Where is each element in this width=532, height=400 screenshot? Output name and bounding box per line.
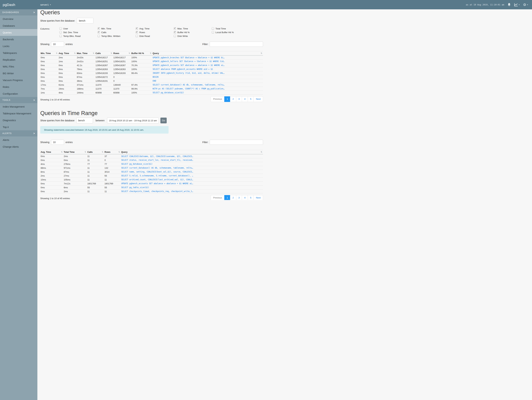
- pagination-page-4[interactable]: 4: [242, 195, 248, 200]
- pagination-page-5[interactable]: 5: [248, 96, 254, 102]
- column-checkbox-min-time[interactable]: Min. Time: [98, 27, 136, 30]
- sidebar-item-databases[interactable]: Databases: [0, 22, 37, 29]
- column-checkbox-temp-blks-read[interactable]: Temp Blks. Read: [59, 35, 98, 37]
- column-header-avg-time[interactable]: Avg. Time⇅: [58, 51, 76, 56]
- column-header-calls[interactable]: Calls⇅: [95, 51, 113, 56]
- query-link[interactable]: SELECT S.relid, S.schemaname, S.relname,…: [121, 175, 262, 177]
- pagination-next-button[interactable]: Next: [253, 195, 263, 200]
- query-link[interactable]: SELECT pg_database_size($1): [152, 91, 262, 94]
- query-link[interactable]: BEGIN: [152, 76, 262, 78]
- query-link[interactable]: WITH pc AS (SELECT pubname, COUNT(*) AS …: [152, 88, 262, 90]
- database-select-2[interactable]: [76, 118, 93, 123]
- server-selector[interactable]: server1 ▾: [40, 3, 51, 6]
- query-link[interactable]: SELECT pg_table_size($1): [121, 186, 262, 189]
- sidebar-section-dashboards[interactable]: DASHBOARDS>: [0, 9, 37, 15]
- column-header-rows[interactable]: Rows⇅: [104, 150, 121, 154]
- sidebar-item-replication[interactable]: Replication: [0, 56, 37, 63]
- time-range-input[interactable]: [107, 118, 159, 123]
- sidebar-item-diagnostics[interactable]: Diagnostics: [0, 117, 37, 124]
- checkbox-checked-icon: [98, 31, 100, 33]
- query-link[interactable]: SELECT current_database() AS db, scheman…: [121, 167, 262, 169]
- query-link[interactable]: SELECT COALESCE(datname, $2), COALESCE(u…: [121, 155, 262, 158]
- column-header-buffer-hit[interactable]: Buffer Hit %⇅: [131, 51, 152, 56]
- pagination-page-4[interactable]: 4: [242, 96, 248, 102]
- query-link[interactable]: SELECT pg_database_size($1): [121, 163, 262, 165]
- sidebar-item-tablespaces[interactable]: Tablespaces: [0, 50, 37, 56]
- column-header-rows[interactable]: Rows⇅: [113, 51, 131, 56]
- value-cell: 2m31s: [76, 59, 95, 63]
- pagination-page-3[interactable]: 3: [236, 195, 242, 200]
- value-cell: 0ms: [58, 75, 76, 79]
- query-link[interactable]: UPDATE pgbench_tellers SET tbalance = tb…: [152, 60, 262, 63]
- column-header-query[interactable]: Query⇅: [121, 150, 263, 154]
- page-size-input[interactable]: [51, 42, 64, 47]
- sidebar-item-queries[interactable]: Queries: [0, 29, 37, 36]
- query-link[interactable]: UPDATE pgbench_accounts SET abalance = a…: [152, 64, 262, 66]
- column-header-avg-time[interactable]: Avg. Time⇅: [40, 150, 63, 154]
- pagination-page-5[interactable]: 5: [248, 195, 254, 200]
- pagination-page-1[interactable]: 1: [224, 195, 230, 200]
- sidebar-item-bg-writer[interactable]: BG Writer: [0, 70, 37, 77]
- sidebar-item-locks[interactable]: Locks: [0, 43, 37, 50]
- checkbox-label: Local Buffer Hit %: [215, 31, 234, 34]
- sidebar-item-backends[interactable]: Backends: [0, 36, 37, 43]
- column-checkbox-user[interactable]: User: [59, 27, 98, 30]
- sidebar-item-roles[interactable]: Roles: [0, 83, 37, 90]
- pagination-previous-button[interactable]: Previous: [211, 195, 224, 200]
- column-checkbox-total-time[interactable]: Total Time: [212, 27, 250, 30]
- filter-input[interactable]: [210, 42, 263, 47]
- query-link[interactable]: SELECT checkpoints_timed, checkpoints_re…: [121, 190, 262, 192]
- column-checkbox-disk-write[interactable]: Disk Write: [174, 35, 212, 37]
- sidebar-item-vacuum-progress[interactable]: Vacuum Progress: [0, 77, 37, 83]
- page-size-input-2[interactable]: [51, 140, 64, 145]
- checkbox-label: Rows: [139, 31, 145, 34]
- query-link[interactable]: SELECT status, receive_start_lsn, receiv…: [121, 159, 262, 161]
- column-header-min-time[interactable]: Min. Time⇅: [40, 51, 58, 56]
- filter-input-2[interactable]: [210, 140, 263, 145]
- query-link[interactable]: UPDATE pgbench_branches SET bbalance = b…: [152, 57, 262, 59]
- column-header-max-time[interactable]: Max. Time⇅: [76, 51, 95, 56]
- sidebar-section-alerts[interactable]: ALERTS>: [0, 130, 37, 136]
- column-checkbox-max-time[interactable]: Max. Time: [174, 27, 212, 30]
- table-row: 4ms276ms7777SELECT pg_database_size($1): [40, 162, 263, 166]
- column-checkbox-temp-blks-written[interactable]: Temp Blks. Written: [98, 35, 136, 37]
- pagination-page-2[interactable]: 2: [230, 195, 236, 200]
- query-link[interactable]: SELECT current_database() AS db, scheman…: [152, 84, 262, 86]
- pagination-page-3[interactable]: 3: [236, 96, 242, 102]
- query-link[interactable]: SELECT abalance FROM pgbench_accounts WH…: [152, 68, 262, 70]
- sidebar-item-change-alerts[interactable]: Change Alerts: [0, 143, 37, 150]
- query-link[interactable]: SELECT name, setting, COALESCE(boot_val,…: [121, 171, 262, 173]
- column-checkbox-buffer-hit[interactable]: Buffer Hit %: [174, 31, 212, 33]
- column-checkbox-avg-time[interactable]: Avg. Time: [136, 27, 174, 30]
- value-cell: 0ms: [40, 154, 63, 158]
- query-link[interactable]: SELECT archived_count, COALESCE(last_arc…: [121, 178, 262, 181]
- sidebar-item-tablespace-management[interactable]: Tablespace Management: [0, 110, 37, 117]
- sidebar-item-index-management[interactable]: Index Management: [0, 103, 37, 110]
- sidebar-item-alerts[interactable]: Alerts: [0, 136, 37, 143]
- sidebar-item-configuration[interactable]: Configuration: [0, 90, 37, 97]
- query-link[interactable]: UPDATE pgbench_accounts SET abalance = a…: [121, 182, 262, 185]
- go-button[interactable]: Go: [160, 118, 167, 123]
- column-checkbox-disk-read[interactable]: Disk Read: [136, 35, 174, 37]
- column-checkbox-std-dev-time[interactable]: Std. Dev. Time: [59, 31, 98, 33]
- column-header-total-time[interactable]: Total Time⇅: [63, 150, 87, 154]
- pagination-page-1[interactable]: 1: [224, 96, 230, 102]
- column-checkbox-local-buffer-hit[interactable]: Local Buffer Hit %: [212, 31, 250, 33]
- pagination-page-2[interactable]: 2: [230, 96, 236, 102]
- db-select-label: Show queries from the database:: [40, 19, 75, 22]
- pagination-next-button[interactable]: Next: [253, 96, 263, 102]
- column-checkbox-calls[interactable]: Calls: [98, 31, 136, 33]
- database-select[interactable]: [77, 18, 94, 24]
- query-link[interactable]: INSERT INTO pgbench_history (tid, bid, a…: [152, 72, 262, 74]
- pagination-previous-button[interactable]: Previous: [211, 96, 224, 102]
- query-link[interactable]: END: [152, 80, 262, 82]
- sidebar-item-wal-files[interactable]: WAL Files: [0, 63, 37, 70]
- column-checkbox-rows[interactable]: Rows: [136, 31, 174, 33]
- column-header-calls[interactable]: Calls⇅: [87, 150, 104, 154]
- sidebar-section-tools[interactable]: TOOLS>: [0, 97, 37, 103]
- value-cell: 1295418217: [113, 56, 131, 59]
- column-header-query[interactable]: Query⇅: [152, 51, 263, 56]
- checkbox-label: User: [63, 27, 68, 30]
- sidebar-item-overview[interactable]: Overview: [0, 15, 37, 22]
- sidebar-item-top-k[interactable]: Top k: [0, 124, 37, 130]
